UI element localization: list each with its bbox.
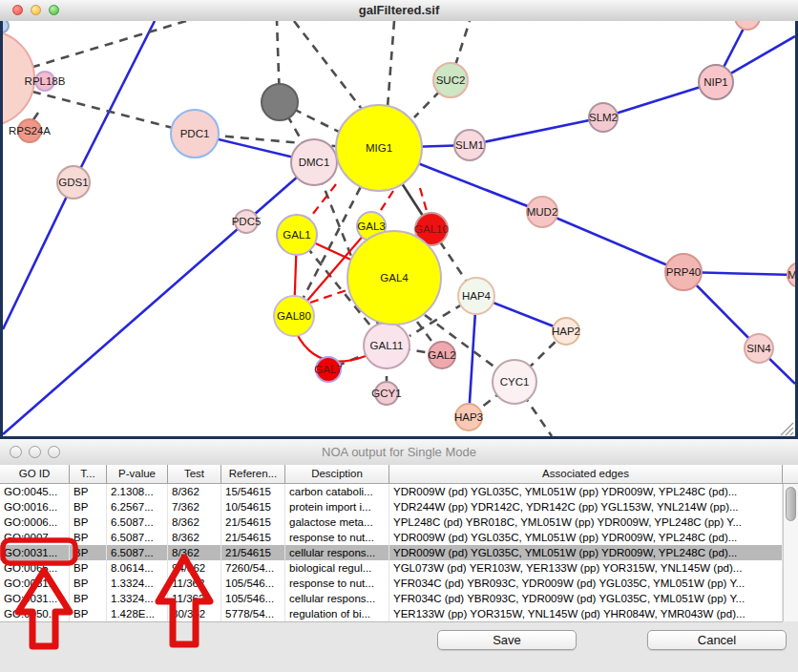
network-edge[interactable] [74,21,155,182]
network-titlebar[interactable]: galFiltered.sif [0,0,798,22]
cell-p_value[interactable]: 8.0614... [107,560,168,576]
cancel-button[interactable]: Cancel [647,630,787,650]
cell-type[interactable]: BP [70,591,107,606]
cell-type[interactable]: BP [70,576,107,591]
cell-reference[interactable]: 105/546... [221,576,285,591]
cell-type[interactable]: BP [70,606,107,621]
cell-p_value[interactable]: 1.428E... [107,606,168,621]
noa-titlebar[interactable]: NOA output for Single Mode [0,439,798,466]
cell-description[interactable]: response to nut... [285,576,389,591]
network-edge[interactable] [388,21,394,107]
cell-type[interactable]: BP [70,499,107,514]
column-header-type[interactable]: T... [70,465,107,484]
cell-edges[interactable]: YGL073W (pd) YER103W, YER133W (pp) YOR31… [389,560,783,576]
minimize-button[interactable] [31,5,41,15]
cell-reference[interactable]: 10/54615 [221,499,285,514]
resize-grip-icon[interactable] [790,432,793,435]
cell-edges[interactable]: YDR009W (pd) YGL035C, YML051W (pp) YDR00… [389,545,783,560]
close-button[interactable] [12,5,23,15]
scrollbar-thumb[interactable] [786,487,796,521]
column-header-test[interactable]: Test [168,465,221,484]
cell-go_id[interactable]: GO:0031... [0,591,70,606]
cell-go_id[interactable]: GO:0045... [0,484,70,499]
cell-type[interactable]: BP [70,484,107,499]
cell-p_value[interactable]: 6.5087... [107,545,168,560]
network-edge[interactable] [32,92,195,134]
zoom-button-inactive[interactable] [48,446,60,458]
zoom-button[interactable] [49,5,59,15]
cell-test[interactable]: 80/362 [168,606,221,621]
network-edge[interactable] [3,182,74,329]
cell-description[interactable]: carbon cataboli... [285,484,389,499]
table-row[interactable]: GO:0016...BP6.2567...7/36210/54615protei… [0,499,783,514]
column-header-go_id[interactable]: GO ID [0,465,70,484]
cell-test[interactable]: 11/362 [168,591,221,606]
network-edge[interactable] [294,21,368,116]
table-row[interactable]: GO:0045...BP2.1308...8/36215/54615carbon… [0,484,783,499]
column-header-reference[interactable]: Referen... [221,465,285,484]
cell-description[interactable]: protein import i... [285,499,389,514]
column-header-edges[interactable]: Associated edges [389,465,783,484]
cell-go_id[interactable]: GO:0007... [0,530,70,545]
cell-description[interactable]: regulation of bi... [285,606,389,621]
network-edge[interactable] [542,212,683,272]
cell-test[interactable]: 8/362 [168,514,221,530]
save-button[interactable]: Save [437,630,577,650]
cell-reference[interactable]: 21/54615 [221,514,285,530]
table-row[interactable]: GO:0050...BP1.428E...80/3625778/54...reg… [0,606,783,621]
cell-type[interactable]: BP [70,530,107,545]
network-node-top-right[interactable] [735,21,760,30]
cell-edges[interactable]: YDR009W (pd) YGL035C, YML051W (pp) YDR00… [389,530,783,545]
cell-edges[interactable]: YPL248C (pd) YBR018C, YML051W (pp) YDR00… [389,514,783,530]
cell-description[interactable]: cellular respons... [285,591,389,606]
table-row[interactable]: GO:0065...BP8.0614...94/3627260/54...bio… [0,560,783,576]
cell-edges[interactable]: YFR034C (pd) YBR093C, YDR009W (pd) YGL03… [389,576,783,591]
table-row[interactable]: GO:0007...BP6.5087...8/36221/54615respon… [0,530,783,545]
network-edge[interactable] [470,117,603,145]
cell-test[interactable]: 8/362 [168,545,221,560]
cell-go_id[interactable]: GO:0065... [0,560,70,576]
minimize-button-inactive[interactable] [29,446,41,458]
cell-test[interactable]: 8/362 [168,530,221,545]
cell-p_value[interactable]: 6.5087... [107,530,168,545]
table-row[interactable]: GO:0006...BP6.5087...8/36221/54615galact… [0,514,783,530]
column-header-p_value[interactable]: P-value [107,465,168,484]
cell-reference[interactable]: 105/546... [221,591,285,606]
network-node-corner-dot[interactable] [3,21,9,32]
cell-test[interactable]: 7/362 [168,499,221,514]
cell-edges[interactable]: YDR244W (pp) YDR142C, YDR142C (pp) YGL15… [389,499,783,514]
cell-test[interactable]: 11/362 [168,576,221,591]
cell-reference[interactable]: 15/54615 [221,484,285,499]
cell-go_id[interactable]: GO:0031... [0,545,70,560]
cell-p_value[interactable]: 6.2567... [107,499,168,514]
cell-reference[interactable]: 7260/54... [221,560,285,576]
table-row[interactable]: GO:0031...BP1.3324...11/362105/546...cel… [0,591,783,606]
cell-p_value[interactable]: 1.3324... [107,591,168,606]
table-row-selected[interactable]: GO:0031...BP6.5087...8/36221/54615cellul… [0,545,783,560]
network-node-dark-node[interactable] [262,84,298,120]
close-button-inactive[interactable] [10,446,22,458]
column-header-description[interactable]: Desciption [285,465,389,484]
cell-test[interactable]: 94/362 [168,560,221,576]
cell-p_value[interactable]: 2.1308... [107,484,168,499]
cell-type[interactable]: BP [70,545,107,560]
cell-reference[interactable]: 5778/54... [221,606,285,621]
cell-go_id[interactable]: GO:0031... [0,576,70,591]
cell-description[interactable]: response to nut... [285,530,389,545]
cell-edges[interactable]: YER133W (pp) YOR315W, YNL145W (pd) YHR08… [389,606,783,621]
cell-description[interactable]: cellular respons... [285,545,389,560]
cell-type[interactable]: BP [70,560,107,576]
cell-edges[interactable]: YFR034C (pd) YBR093C, YDR009W (pd) YGL03… [389,591,783,606]
cell-description[interactable]: galactose meta... [285,514,389,530]
vertical-scrollbar[interactable] [783,484,798,621]
cell-description[interactable]: biological regul... [285,560,389,576]
cell-edges[interactable]: YDR009W (pd) YGL035C, YML051W (pp) YDR00… [389,484,783,499]
cell-p_value[interactable]: 6.5087... [107,514,168,530]
network-edge[interactable] [3,162,314,434]
cell-test[interactable]: 8/362 [168,484,221,499]
table-row[interactable]: GO:0031...BP1.3324...11/362105/546...res… [0,576,783,591]
cell-reference[interactable]: 21/54615 [221,545,285,560]
network-edge[interactable] [27,21,186,69]
cell-go_id[interactable]: GO:0006... [0,514,70,530]
cell-p_value[interactable]: 1.3324... [107,576,168,591]
